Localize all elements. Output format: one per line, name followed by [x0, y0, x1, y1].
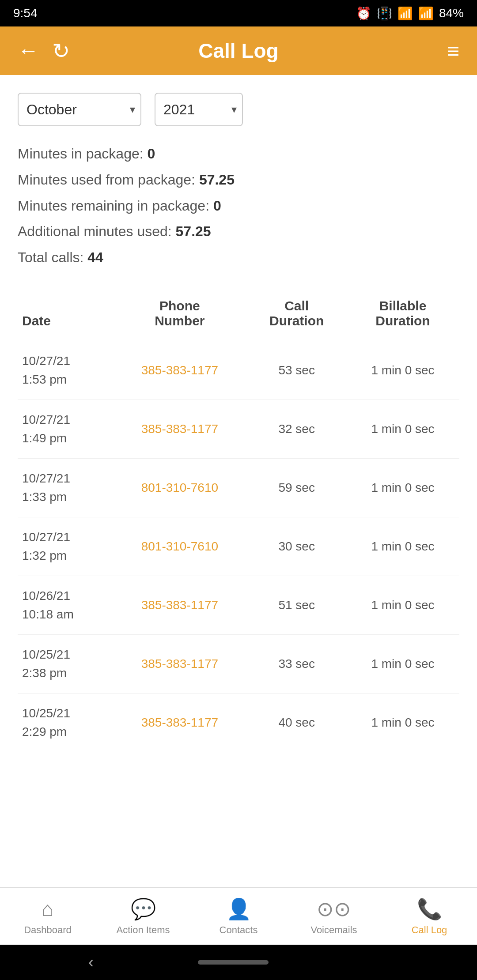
cell-date: 10/27/211:53 pm	[18, 341, 112, 400]
minutes-used: Minutes used from package: 57.25	[18, 170, 459, 190]
col-phone: PhoneNumber	[112, 290, 247, 341]
cell-call-duration: 53 sec	[247, 341, 346, 400]
nav-contacts-label: Contacts	[220, 924, 258, 936]
filters-row: January February March April May June Ju…	[18, 93, 459, 126]
wifi-icon: 📶	[398, 6, 413, 21]
col-call-duration: CallDuration	[247, 290, 346, 341]
table-row: 10/25/212:29 pm 385-383-1177 40 sec 1 mi…	[18, 693, 459, 752]
home-icon: ⌂	[42, 897, 54, 921]
minutes-in-package: Minutes in package: 0	[18, 144, 459, 164]
cell-date: 10/27/211:49 pm	[18, 400, 112, 458]
cell-call-duration: 32 sec	[247, 400, 346, 458]
cell-billable-duration: 1 min 0 sec	[346, 341, 459, 400]
cell-call-duration: 40 sec	[247, 693, 346, 752]
year-select-wrapper[interactable]: 2019 2020 2021 2022 2023	[155, 93, 243, 126]
nav-voicemails-label: Voicemails	[310, 924, 357, 936]
cell-call-duration: 59 sec	[247, 458, 346, 517]
call-log-table: Date PhoneNumber CallDuration BillableDu…	[18, 290, 459, 752]
signal-icon: 📶	[418, 6, 434, 21]
cell-billable-duration: 1 min 0 sec	[346, 634, 459, 693]
cell-billable-duration: 1 min 0 sec	[346, 400, 459, 458]
gesture-back-arrow[interactable]: ‹	[88, 953, 94, 972]
cell-phone[interactable]: 385-383-1177	[112, 576, 247, 634]
table-row: 10/27/211:33 pm 801-310-7610 59 sec 1 mi…	[18, 458, 459, 517]
nav-dashboard[interactable]: ⌂ Dashboard	[0, 893, 95, 940]
gesture-bar: ‹	[0, 945, 477, 980]
stats-section: Minutes in package: 0 Minutes used from …	[18, 144, 459, 268]
menu-button[interactable]: ≡	[447, 39, 459, 63]
table-row: 10/27/211:49 pm 385-383-1177 32 sec 1 mi…	[18, 400, 459, 458]
main-content: January February March April May June Ju…	[0, 75, 477, 887]
status-bar: 9:54 ⏰ 📳 📶 📶 84%	[0, 0, 477, 26]
cell-date: 10/27/211:32 pm	[18, 517, 112, 576]
cell-billable-duration: 1 min 0 sec	[346, 517, 459, 576]
month-select-wrapper[interactable]: January February March April May June Ju…	[18, 93, 141, 126]
cell-date: 10/25/212:29 pm	[18, 693, 112, 752]
status-icons: ⏰ 📳 📶 📶 84%	[356, 6, 464, 21]
nav-contacts[interactable]: 👤 Contacts	[191, 893, 286, 940]
cell-phone[interactable]: 801-310-7610	[112, 458, 247, 517]
cell-billable-duration: 1 min 0 sec	[346, 693, 459, 752]
month-select[interactable]: January February March April May June Ju…	[18, 93, 141, 126]
nav-call-log-label: Call Log	[412, 924, 447, 936]
year-select[interactable]: 2019 2020 2021 2022 2023	[155, 93, 243, 126]
cell-phone[interactable]: 801-310-7610	[112, 517, 247, 576]
cell-date: 10/26/2110:18 am	[18, 576, 112, 634]
table-row: 10/27/211:32 pm 801-310-7610 30 sec 1 mi…	[18, 517, 459, 576]
cell-call-duration: 33 sec	[247, 634, 346, 693]
nav-call-log[interactable]: 📞 Call Log	[382, 893, 477, 940]
bottom-nav: ⌂ Dashboard 💬 Action Items 👤 Contacts ⊙⊙…	[0, 887, 477, 945]
call-log-icon: 📞	[417, 897, 442, 921]
app-header: ← ↻ Call Log ≡	[0, 26, 477, 75]
nav-voicemails[interactable]: ⊙⊙ Voicemails	[286, 893, 382, 940]
voicemail-icon: ⊙⊙	[317, 897, 351, 921]
cell-phone[interactable]: 385-383-1177	[112, 693, 247, 752]
table-row: 10/26/2110:18 am 385-383-1177 51 sec 1 m…	[18, 576, 459, 634]
back-button[interactable]: ←	[18, 38, 39, 63]
battery-level: 84%	[439, 6, 464, 20]
table-header-row: Date PhoneNumber CallDuration BillableDu…	[18, 290, 459, 341]
table-row: 10/27/211:53 pm 385-383-1177 53 sec 1 mi…	[18, 341, 459, 400]
additional-minutes: Additional minutes used: 57.25	[18, 222, 459, 241]
table-row: 10/25/212:38 pm 385-383-1177 33 sec 1 mi…	[18, 634, 459, 693]
status-time: 9:54	[13, 6, 38, 20]
nav-action-items[interactable]: 💬 Action Items	[95, 893, 191, 940]
cell-phone[interactable]: 385-383-1177	[112, 341, 247, 400]
refresh-button[interactable]: ↻	[52, 38, 70, 63]
cell-date: 10/27/211:33 pm	[18, 458, 112, 517]
total-calls: Total calls: 44	[18, 248, 459, 268]
vibrate-icon: 📳	[377, 6, 392, 21]
nav-action-items-label: Action Items	[116, 924, 170, 936]
contacts-icon: 👤	[226, 897, 251, 921]
nav-dashboard-label: Dashboard	[24, 924, 72, 936]
col-date: Date	[18, 290, 112, 341]
cell-date: 10/25/212:38 pm	[18, 634, 112, 693]
page-title: Call Log	[198, 39, 278, 63]
cell-billable-duration: 1 min 0 sec	[346, 576, 459, 634]
minutes-remaining: Minutes remaining in package: 0	[18, 196, 459, 216]
gesture-pill	[198, 960, 269, 965]
cell-call-duration: 51 sec	[247, 576, 346, 634]
cell-call-duration: 30 sec	[247, 517, 346, 576]
cell-phone[interactable]: 385-383-1177	[112, 400, 247, 458]
cell-phone[interactable]: 385-383-1177	[112, 634, 247, 693]
cell-billable-duration: 1 min 0 sec	[346, 458, 459, 517]
action-items-icon: 💬	[131, 897, 156, 921]
alarm-icon: ⏰	[356, 6, 371, 21]
col-billable-duration: BillableDuration	[346, 290, 459, 341]
